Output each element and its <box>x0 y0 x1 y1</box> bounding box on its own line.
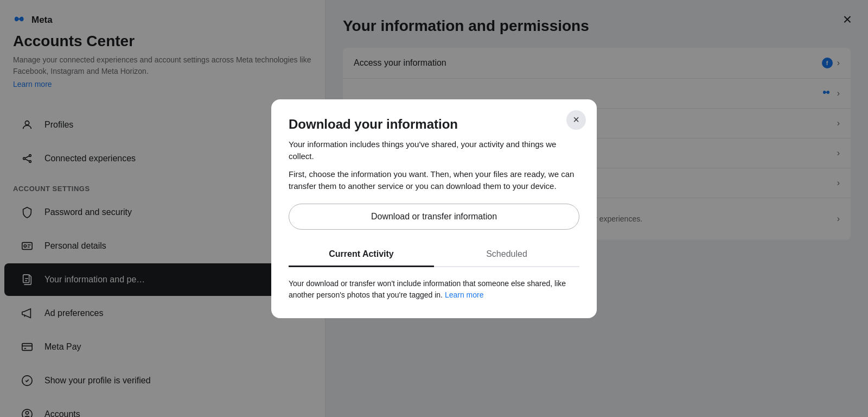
modal-learn-more-link[interactable]: Learn more <box>445 290 484 299</box>
download-info-modal: × Download your information Your informa… <box>271 99 597 318</box>
modal-desc1: Your information includes things you've … <box>289 138 579 163</box>
modal-desc2: First, choose the information you want. … <box>289 168 579 193</box>
download-transfer-button[interactable]: Download or transfer information <box>289 204 579 230</box>
modal-overlay[interactable]: × Download your information Your informa… <box>0 0 868 417</box>
tab-scheduled[interactable]: Scheduled <box>434 243 579 267</box>
modal-close-button[interactable]: × <box>566 110 586 130</box>
modal-note: Your download or transfer won't include … <box>289 278 579 301</box>
modal-tabs: Current Activity Scheduled <box>289 243 579 267</box>
modal-note-text: Your download or transfer won't include … <box>289 279 566 299</box>
tab-current-activity[interactable]: Current Activity <box>289 243 434 267</box>
modal-title: Download your information <box>289 117 579 132</box>
